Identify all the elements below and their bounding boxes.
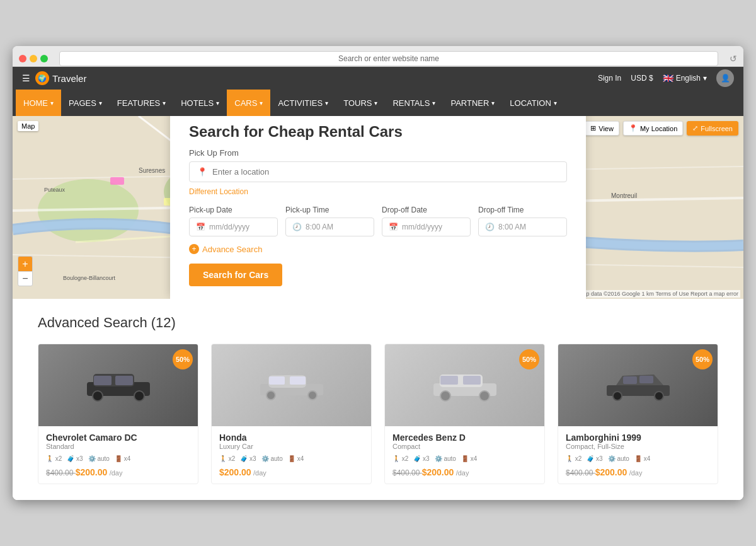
close-button[interactable] [19,55,26,62]
pickup-date-input[interactable]: 📅 mm/dd/yyyy [189,218,278,236]
svg-text:Puteaux: Puteaux [44,187,66,193]
nav-cars-label: CARS [234,98,257,108]
clock-icon-2: 🕗 [485,223,495,231]
nav-cars[interactable]: CARS ▾ [227,90,270,116]
dropoff-date-input[interactable]: 📅 mm/dd/yyyy [382,218,471,236]
fullscreen-icon: ⤢ [692,124,698,132]
nav-rentals-arrow: ▾ [432,100,435,107]
clock-icon: 🕗 [292,223,302,231]
search-button[interactable]: Search for Cars [189,264,282,286]
nav-tours-label: TOURS [343,98,372,108]
nav-activities[interactable]: ACTIVITIES ▾ [270,90,336,116]
map-view-button[interactable]: ⊞ View [585,121,619,136]
plus-icon: + [189,244,199,254]
spec-bags: 🧳 x3 [67,455,83,462]
per-day-4: /day [629,469,643,477]
pickup-date-field: Pick-up Date 📅 mm/dd/yyyy [189,206,278,236]
spec-passengers-3: 🚶 x2 [392,455,408,462]
car-specs-2: 🚶 x2 🧳 x3 ⚙️ auto 🚪 x4 [219,455,364,462]
section-title: Advanced Search (12) [38,315,718,331]
nav-tours[interactable]: TOURS ▾ [336,90,385,116]
per-day-3: /day [456,469,469,477]
car-specs-1: 🚶 x2 🧳 x3 ⚙️ auto 🚪 x4 [46,455,190,462]
spec-doors-2: 🚪 x4 [288,455,304,462]
currency-selector[interactable]: USD $ [631,74,653,83]
fullscreen-label: Fullscreen [701,125,733,132]
nav-activities-arrow: ▾ [325,100,328,107]
car-price-3: $400.00 $200.00 /day [392,467,537,477]
spec-bags-3: 🧳 x3 [413,455,429,462]
car-info-2: Honda Luxury Car 🚶 x2 🧳 x3 ⚙️ auto 🚪 x4 … [212,426,371,484]
spec-transmission-4: ⚙️ auto [608,455,629,462]
car-info-1: Chevrolet Camaro DC Standard 🚶 x2 🧳 x3 ⚙… [38,426,198,484]
car-name-4: Lamborghini 1999 [566,433,710,443]
dropoff-time-value: 8:00 AM [498,223,526,231]
logo-text: Traveler [52,73,86,84]
fullscreen-button[interactable]: ⤢ Fullscreen [687,121,738,136]
location-icon: 📍 [629,124,638,132]
cars-grid: 50% Chevrolet Camaro DC Standard 🚶 x2 🧳 … [38,344,718,484]
svg-rect-56 [639,376,653,383]
map-top-controls: ⊞ View 📍 My Location ⤢ Fullscreen [585,121,738,136]
car-card-4: 50% Lamborghini 1999 Compact, Full-Size … [558,344,718,484]
nav-cars-arrow: ▾ [260,100,263,107]
car-image-mercedes: 50% [385,344,544,426]
nav-hotels-arrow: ▾ [216,100,219,107]
car-type-1: Standard [46,443,190,450]
discount-badge-4: 50% [692,349,713,369]
location-pin-icon: 📍 [197,167,207,177]
nav-partner[interactable]: PARTNER ▾ [443,90,502,116]
discount-badge-1: 50% [173,349,193,369]
maximize-button[interactable] [40,55,48,62]
zoom-out-button[interactable]: − [18,271,33,286]
navbar: HOME ▾ PAGES ▾ FEATURES ▾ HOTELS ▾ CARS … [13,90,743,116]
logo-icon: 🌍 [35,71,49,85]
language-selector[interactable]: 🇬🇧 English ▾ [663,73,707,83]
advance-search-label: Advance Search [202,245,262,254]
old-price-4: $400.00 [566,468,595,477]
location-input[interactable] [212,167,559,177]
car-name-1: Chevrolet Camaro DC [46,433,190,443]
spec-passengers-4: 🚶 x2 [566,455,581,462]
car-type-2: Luxury Car [219,443,364,450]
address-bar[interactable]: Search or enter website name [59,51,718,66]
nav-rentals[interactable]: RENTALS ▾ [385,90,443,116]
minimize-button[interactable] [30,55,37,62]
my-location-button[interactable]: 📍 My Location [623,121,683,136]
car-info-3: Mercedes Benz D Compact 🚶 x2 🧳 x3 ⚙️ aut… [385,426,544,484]
car-silhouette-1 [84,366,153,404]
location-label: My Location [640,125,677,132]
nav-features-label: FEATURES [117,98,160,108]
spec-transmission-2: ⚙️ auto [261,455,283,462]
svg-rect-39 [115,376,133,385]
pickup-time-field: Pick-up Time 🕗 8:00 AM [285,206,374,236]
spec-bags-4: 🧳 x3 [587,455,602,462]
car-price-2: $200.00 /day [219,467,364,477]
nav-features[interactable]: FEATURES ▾ [110,90,173,116]
nav-features-arrow: ▾ [163,100,166,107]
svg-text:Montreuil: Montreuil [611,192,637,199]
advance-search-toggle[interactable]: + Advance Search [189,244,567,254]
filter-icon[interactable]: ☰ [22,73,30,83]
car-specs-3: 🚶 x2 🧳 x3 ⚙️ auto 🚪 x4 [392,455,537,462]
pickup-time-input[interactable]: 🕗 8:00 AM [285,218,374,236]
reload-button[interactable]: ↺ [730,54,737,64]
zoom-in-button[interactable]: + [18,256,33,271]
old-price-3: $400.00 [392,468,422,477]
svg-rect-31 [110,177,124,185]
nav-pages[interactable]: PAGES ▾ [61,90,110,116]
nav-pages-arrow: ▾ [99,100,102,107]
nav-home[interactable]: HOME ▾ [16,90,61,116]
flag-icon: 🇬🇧 [663,73,673,83]
top-bar-right: Sign In USD $ 🇬🇧 English ▾ 👤 [598,69,734,87]
dropoff-time-input[interactable]: 🕗 8:00 AM [478,218,567,236]
spec-doors-3: 🚪 x4 [461,455,477,462]
car-image-honda [212,344,371,426]
svg-text:Suresnes: Suresnes [139,167,165,174]
nav-location[interactable]: LOCATION ▾ [502,90,564,116]
user-avatar[interactable]: 👤 [716,69,734,87]
nav-hotels[interactable]: HOTELS ▾ [173,90,227,116]
browser-window: Search or enter website name ↺ ☰ 🌍 Trave… [13,46,743,500]
different-location-link[interactable]: Different Location [189,187,567,196]
sign-in-link[interactable]: Sign In [598,74,621,83]
